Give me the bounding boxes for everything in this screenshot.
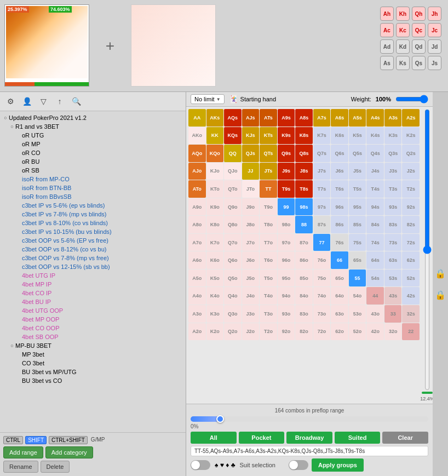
grid-cell-kk[interactable]: KK: [206, 127, 224, 145]
grid-cell-q2o[interactable]: Q2o: [224, 323, 242, 341]
add-category-button[interactable]: Add category: [45, 446, 93, 458]
tree-item-bu3mp[interactable]: BU 3bet vs MP/UTG: [0, 368, 186, 376]
grid-cell-32o[interactable]: 32o: [384, 323, 402, 341]
grid-cell-73o[interactable]: 73o: [313, 305, 331, 323]
grid-cell-87o[interactable]: 87o: [295, 234, 313, 251]
grid-cell-76s[interactable]: 76s: [331, 234, 348, 251]
lock-icon-top[interactable]: 🔒: [435, 268, 446, 279]
filter-all-button[interactable]: All: [191, 432, 237, 444]
grid-cell-73s[interactable]: 73s: [384, 234, 402, 251]
grid-cell-t9o[interactable]: T9o: [260, 198, 277, 216]
grid-cell-j2o[interactable]: J2o: [242, 323, 260, 341]
grid-cell-k7o[interactable]: K7o: [206, 234, 224, 251]
grid-cell-a6o[interactable]: A6o: [188, 251, 206, 269]
grid-cell-qq[interactable]: QQ: [224, 145, 242, 162]
grid-cell-q5o[interactable]: Q5o: [224, 269, 242, 287]
tree-item-4bet-6[interactable]: 4bet MP OOP: [0, 315, 186, 324]
grid-cell-a8o[interactable]: A8o: [188, 216, 206, 233]
grid-cell-75s[interactable]: 75s: [349, 234, 366, 251]
grid-cell-72s[interactable]: 72s: [402, 234, 420, 251]
card-Ad[interactable]: Ad: [380, 39, 394, 54]
grid-cell-q7o[interactable]: Q7o: [224, 234, 242, 251]
tree-item-4bet-1[interactable]: 4bet UTG IP: [0, 271, 186, 280]
grid-cell-65o[interactable]: 65o: [331, 269, 348, 287]
grid-cell-q6o[interactable]: Q6o: [224, 251, 242, 269]
card-Ac[interactable]: Ac: [380, 23, 394, 37]
grid-cell-62o[interactable]: 62o: [331, 323, 348, 341]
tree-toggle-r1[interactable]: ○: [9, 123, 15, 130]
card-Kh[interactable]: Kh: [396, 7, 410, 21]
grid-cell-q3o[interactable]: Q3o: [224, 305, 242, 323]
tree-item-bu3co[interactable]: BU 3bet vs CO: [0, 376, 186, 385]
vertical-slider[interactable]: [424, 109, 430, 391]
suit-selection-toggle[interactable]: [191, 460, 210, 470]
filter-icon[interactable]: ▽: [37, 95, 49, 107]
grid-cell-93o[interactable]: 93o: [278, 305, 295, 323]
grid-cell-j4s[interactable]: J4s: [366, 163, 384, 180]
grid-cell-kto[interactable]: KTo: [206, 180, 224, 198]
grid-cell-kts[interactable]: KTs: [260, 127, 277, 145]
grid-cell-aqo[interactable]: AQo: [188, 145, 206, 162]
user-icon[interactable]: 👤: [21, 95, 33, 107]
grid-cell-k4o[interactable]: K4o: [206, 287, 224, 305]
grid-cell-q9o[interactable]: Q9o: [224, 198, 242, 216]
tree-item-iso-bb[interactable]: isoR from BBvsSB: [0, 192, 186, 201]
grid-cell-ats[interactable]: ATs: [260, 109, 277, 127]
grid-cell-q9s[interactable]: Q9s: [278, 145, 295, 162]
grid-cell-t7s[interactable]: T7s: [313, 180, 331, 198]
grid-cell-43o[interactable]: 43o: [366, 305, 384, 323]
filter-clear-button[interactable]: Clear: [382, 432, 428, 444]
grid-cell-k9s[interactable]: K9s: [278, 127, 295, 145]
grid-cell-aqs[interactable]: AQs: [224, 109, 242, 127]
grid-cell-jto[interactable]: JTo: [242, 180, 260, 198]
tree-item-4bet-8[interactable]: 4bet SB OOP: [0, 332, 186, 341]
grid-cell-a5o[interactable]: A5o: [188, 269, 206, 287]
grid-cell-74s[interactable]: 74s: [366, 234, 384, 251]
grid-cell-k5o[interactable]: K5o: [206, 269, 224, 287]
grid-cell-42o[interactable]: 42o: [366, 323, 384, 341]
tree-item-4bet-7[interactable]: 4bet CO OOP: [0, 324, 186, 332]
tree-item-r1[interactable]: ○ R1 and vs 3BET: [0, 122, 186, 131]
tree-item-iso-mpco[interactable]: isoR from MP-CO: [0, 175, 186, 183]
grid-cell-84o[interactable]: 84o: [295, 287, 313, 305]
grid-cell-j8o[interactable]: J8o: [242, 216, 260, 233]
grid-cell-a2s[interactable]: A2s: [402, 109, 420, 127]
grid-cell-j2s[interactable]: J2s: [402, 163, 420, 180]
grid-cell-k5s[interactable]: K5s: [349, 127, 366, 145]
card-Ks[interactable]: Ks: [396, 56, 410, 70]
grid-cell-k2s[interactable]: K2s: [402, 127, 420, 145]
tree-item-c3bet-8[interactable]: c3bet OOP vs 12-15% (sb vs bb): [0, 262, 186, 271]
grid-cell-qto[interactable]: QTo: [224, 180, 242, 198]
grid-cell-a3o[interactable]: A3o: [188, 305, 206, 323]
tree-item-iso-btn[interactable]: isoR from BTN-BB: [0, 183, 186, 192]
delete-button[interactable]: Delete: [41, 461, 70, 473]
card-Kd[interactable]: Kd: [396, 39, 410, 54]
grid-cell-a9s[interactable]: A9s: [278, 109, 295, 127]
apply-groups-toggle[interactable]: [289, 460, 308, 470]
grid-cell-92o[interactable]: 92o: [278, 323, 295, 341]
grid-cell-t2s[interactable]: T2s: [402, 180, 420, 198]
grid-cell-44[interactable]: 44: [366, 287, 384, 305]
grid-cell-q7s[interactable]: Q7s: [313, 145, 331, 162]
grid-cell-a5s[interactable]: A5s: [349, 109, 366, 127]
grid-cell-66[interactable]: 66: [331, 251, 348, 269]
grid-cell-t8s[interactable]: T8s: [295, 180, 313, 198]
grid-cell-54o[interactable]: 54o: [349, 287, 366, 305]
grid-cell-jts[interactable]: JTs: [260, 163, 277, 180]
grid-cell-97s[interactable]: 97s: [313, 198, 331, 216]
grid-cell-98o[interactable]: 98o: [278, 216, 295, 233]
filter-suited-button[interactable]: Suited: [335, 432, 381, 444]
grid-cell-k3s[interactable]: K3s: [384, 127, 402, 145]
grid-cell-t6s[interactable]: T6s: [331, 180, 348, 198]
grid-cell-t9s[interactable]: T9s: [278, 180, 295, 198]
grid-cell-53o[interactable]: 53o: [349, 305, 366, 323]
grid-cell-82s[interactable]: 82s: [402, 216, 420, 233]
tree-item-co[interactable]: oR CO: [0, 148, 186, 157]
grid-cell-62s[interactable]: 62s: [402, 251, 420, 269]
grid-cell-54s[interactable]: 54s: [366, 269, 384, 287]
grid-cell-82o[interactable]: 82o: [295, 323, 313, 341]
grid-cell-a7o[interactable]: A7o: [188, 234, 206, 251]
tree-item-sb[interactable]: oR SB: [0, 166, 186, 175]
card-Jd[interactable]: Jd: [428, 39, 441, 54]
grid-cell-t2o[interactable]: T2o: [260, 323, 277, 341]
